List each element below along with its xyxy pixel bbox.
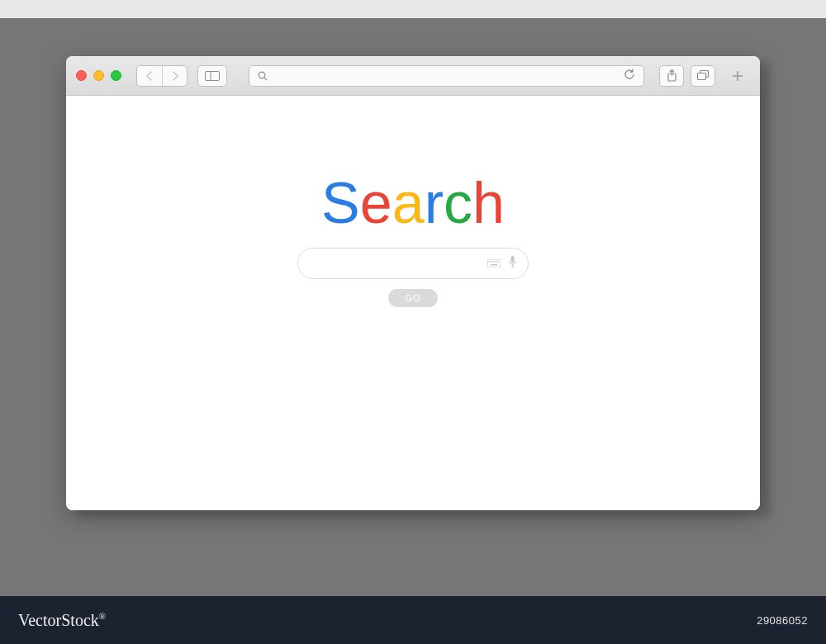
logo-letter: c — [444, 170, 472, 236]
tabs-icon — [697, 70, 710, 81]
keyboard-icon — [487, 259, 501, 268]
navigation-buttons — [136, 65, 188, 87]
microphone-icon — [509, 256, 516, 268]
share-button[interactable] — [659, 65, 684, 87]
logo-letter: r — [425, 170, 444, 236]
svg-point-2 — [259, 72, 265, 78]
page-content: Search GO — [66, 96, 760, 510]
logo-letter: h — [472, 170, 505, 236]
search-box[interactable] — [297, 248, 529, 279]
sidebar-icon — [205, 71, 220, 81]
sidebar-toggle-button[interactable] — [197, 65, 227, 87]
close-window-button[interactable] — [76, 70, 87, 81]
logo-letter: a — [392, 170, 425, 236]
reload-button[interactable] — [624, 69, 635, 83]
new-tab-button[interactable] — [725, 64, 750, 88]
reload-icon — [624, 69, 635, 80]
minimize-window-button[interactable] — [93, 70, 104, 81]
address-bar[interactable] — [249, 65, 644, 87]
watermark-brand: VectorStock® — [18, 611, 106, 630]
share-icon — [667, 69, 677, 82]
search-input[interactable] — [310, 258, 479, 270]
browser-titlebar — [66, 56, 760, 96]
go-button[interactable]: GO — [388, 289, 437, 307]
traffic-lights — [76, 70, 121, 81]
svg-line-3 — [264, 78, 267, 80]
forward-button[interactable] — [162, 66, 187, 86]
watermark-footer: VectorStock® 29086052 — [0, 596, 826, 644]
watermark-id: 29086052 — [757, 614, 808, 627]
voice-search-button[interactable] — [509, 256, 516, 271]
maximize-window-button[interactable] — [111, 70, 121, 81]
keyboard-button[interactable] — [487, 256, 501, 271]
svg-rect-12 — [493, 261, 495, 263]
svg-rect-15 — [491, 264, 497, 266]
svg-rect-13 — [496, 261, 497, 263]
toolbar-right — [659, 64, 750, 88]
back-button[interactable] — [137, 66, 162, 86]
search-icon — [258, 71, 268, 81]
browser-window: Search GO — [66, 56, 760, 510]
svg-rect-0 — [206, 71, 220, 80]
svg-rect-10 — [489, 261, 491, 263]
svg-rect-16 — [511, 256, 515, 263]
plus-icon — [732, 70, 743, 82]
logo-letter: S — [321, 170, 360, 236]
address-input[interactable] — [274, 70, 617, 82]
tabs-button[interactable] — [691, 65, 715, 87]
search-logo: Search — [321, 170, 505, 236]
svg-rect-9 — [487, 259, 501, 268]
logo-letter: e — [360, 170, 392, 236]
chevron-right-icon — [171, 71, 179, 81]
svg-rect-11 — [491, 261, 493, 263]
svg-rect-14 — [497, 261, 499, 263]
chevron-left-icon — [145, 71, 154, 81]
svg-rect-6 — [697, 73, 705, 80]
